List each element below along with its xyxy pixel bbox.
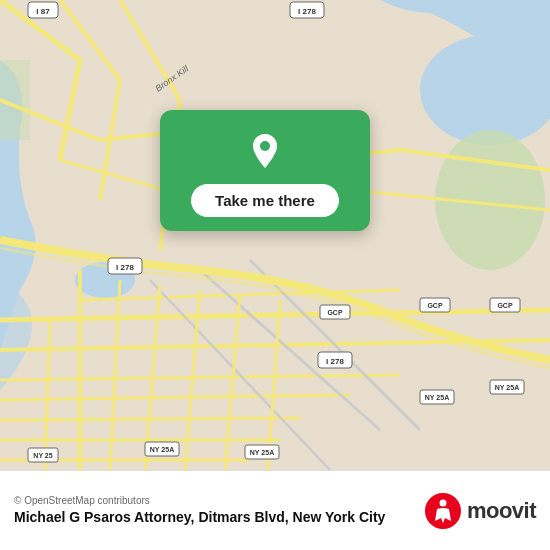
- moovit-brand-icon: [425, 493, 461, 529]
- map-svg: I 87 I 278 I 278 I 278 GCP GCP GCP NY 25…: [0, 0, 550, 470]
- location-name: Michael G Psaros Attorney, Ditmars Blvd,…: [14, 508, 425, 526]
- svg-text:GCP: GCP: [327, 309, 343, 316]
- svg-text:NY 25A: NY 25A: [150, 446, 174, 453]
- svg-text:I 278: I 278: [116, 263, 134, 272]
- svg-text:NY 25A: NY 25A: [495, 384, 519, 391]
- svg-point-51: [439, 499, 446, 506]
- svg-text:NY 25A: NY 25A: [425, 394, 449, 401]
- svg-point-49: [260, 141, 270, 151]
- map-container: I 87 I 278 I 278 I 278 GCP GCP GCP NY 25…: [0, 0, 550, 470]
- svg-text:GCP: GCP: [427, 302, 443, 309]
- svg-text:GCP: GCP: [497, 302, 513, 309]
- bottom-bar: © OpenStreetMap contributors Michael G P…: [0, 470, 550, 550]
- copyright-text: © OpenStreetMap contributors: [14, 495, 425, 506]
- svg-text:NY 25: NY 25: [33, 452, 52, 459]
- location-card: Take me there: [160, 110, 370, 231]
- take-me-there-button[interactable]: Take me there: [191, 184, 339, 217]
- svg-text:I 278: I 278: [326, 357, 344, 366]
- svg-text:NY 25A: NY 25A: [250, 449, 274, 456]
- svg-text:I 87: I 87: [36, 7, 50, 16]
- svg-text:I 278: I 278: [298, 7, 316, 16]
- moovit-logo: moovit: [425, 493, 536, 529]
- pin-icon: [243, 128, 287, 172]
- bottom-left-info: © OpenStreetMap contributors Michael G P…: [14, 495, 425, 526]
- moovit-label: moovit: [467, 498, 536, 524]
